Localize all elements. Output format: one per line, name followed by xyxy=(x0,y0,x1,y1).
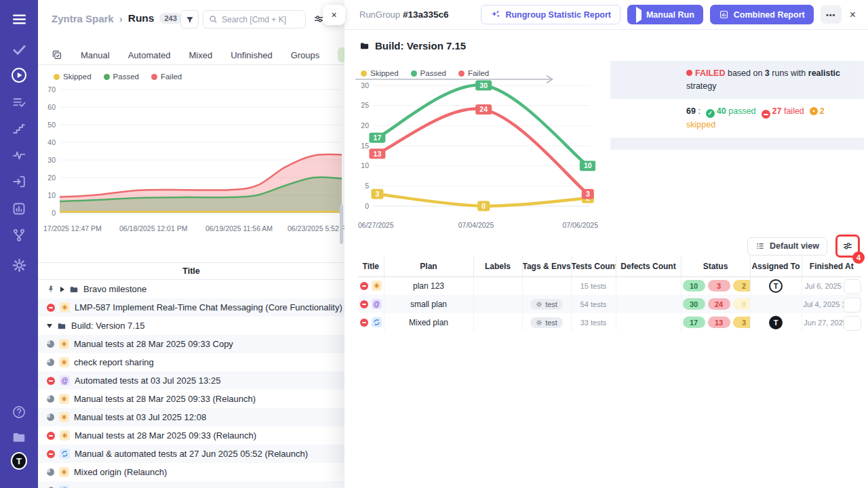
status-pill: 10 xyxy=(683,280,705,291)
avatar: T xyxy=(11,452,27,470)
combined-report-button[interactable]: Combined Report xyxy=(710,5,814,24)
plan-name[interactable]: Mixed plan xyxy=(384,313,473,331)
svg-text:5: 5 xyxy=(365,182,369,190)
svg-text:3: 3 xyxy=(586,190,590,198)
legend-dot-icon xyxy=(361,70,367,77)
column-header[interactable]: Tags & Envs xyxy=(522,256,571,277)
close-panel-button[interactable]: × xyxy=(848,9,857,21)
plan-name[interactable]: small plan xyxy=(384,295,473,313)
view-list-icon xyxy=(755,241,765,251)
table-row[interactable]: Mixed plan test 33 tests 17133T Jun 27, … xyxy=(358,313,861,331)
run-title: Manual tests at 03 Jul 2025 12:08 xyxy=(74,412,206,422)
manual-run-icon xyxy=(59,412,69,422)
rungroup-detail-panel: × RunGroup#13a335c6 Rungroup Statistic R… xyxy=(344,0,868,488)
run-title: Mixed origin (Relaunch) xyxy=(74,467,167,477)
panel-close-tab-button[interactable]: × xyxy=(323,5,345,25)
legend-item-passed[interactable]: Passed xyxy=(410,69,448,77)
run-row[interactable]: @Automated tests at 03 Jul 2025 13:25 xyxy=(38,371,344,390)
caret-right-icon[interactable] xyxy=(60,287,64,292)
sidebar-item-settings[interactable] xyxy=(11,257,27,273)
column-header[interactable]: Labels xyxy=(473,256,522,277)
rungroup-line-chart: 05101520253030213243173010 xyxy=(354,80,595,216)
caret-down-icon[interactable] xyxy=(47,324,52,328)
sidebar-item-play-circle[interactable] xyxy=(11,67,27,83)
tab-mixed[interactable]: Mixed xyxy=(189,50,213,60)
filter-button[interactable] xyxy=(180,10,199,28)
legend-dot-icon xyxy=(54,74,60,80)
svg-text:0: 0 xyxy=(365,202,369,210)
sidebar-item-branch[interactable] xyxy=(11,227,27,243)
play-circle-icon xyxy=(10,66,28,84)
legend-item-skipped[interactable]: Skipped xyxy=(359,69,400,77)
default-view-button[interactable]: Default view xyxy=(747,237,827,256)
x-tick-label: 06/18/2025 12:01 PM xyxy=(119,224,187,232)
column-header[interactable]: Tests Count xyxy=(571,256,616,277)
run-row[interactable]: Bravo milestone xyxy=(38,280,344,298)
svg-text:13: 13 xyxy=(374,150,382,158)
column-header[interactable]: Status xyxy=(681,256,750,277)
row-action-button[interactable] xyxy=(844,298,861,312)
run-row[interactable]: Mixed origin (Relaunch) xyxy=(38,463,344,481)
tab-automated[interactable]: Automated xyxy=(128,50,171,60)
run-row[interactable]: check report sharing xyxy=(38,353,344,371)
pending-status-icon xyxy=(47,395,54,403)
svg-text:3: 3 xyxy=(375,190,379,198)
column-header[interactable]: Assigned To xyxy=(750,256,802,277)
column-header[interactable]: Plan xyxy=(384,256,473,277)
sidebar-item-report[interactable] xyxy=(11,201,27,217)
tab-manual[interactable]: Manual xyxy=(81,50,110,60)
sidebar-item-steps[interactable] xyxy=(11,121,27,137)
tag-filter-pill[interactable]: test work xyxy=(338,47,344,62)
sidebar-item-help[interactable] xyxy=(11,404,27,420)
legend-item-failed[interactable]: Failed xyxy=(457,69,490,77)
sidebar-item-activity[interactable] xyxy=(11,147,27,163)
import-icon xyxy=(12,174,26,189)
select-runs-icon[interactable] xyxy=(52,49,62,60)
manual-run-icon xyxy=(59,467,69,477)
run-row[interactable]: Manual & automated tests at 27 Jun 2025 … xyxy=(38,445,344,463)
legend-item-skipped[interactable]: Skipped xyxy=(52,73,93,81)
help-icon xyxy=(12,405,26,420)
run-row[interactable]: Manual tests at 28 Mar 2025 09:33 (Relau… xyxy=(38,426,344,445)
runs-filter-tabs: ManualAutomatedMixedUnfinishedGroupstest… xyxy=(38,45,344,65)
run-row[interactable] xyxy=(38,481,344,488)
run-row[interactable]: LMP-587 Implement Real-Time Chat Messagi… xyxy=(38,298,344,317)
run-row[interactable]: Manual tests at 03 Jul 2025 12:08 xyxy=(38,408,344,426)
svg-text:30: 30 xyxy=(47,156,56,164)
column-header[interactable]: Title xyxy=(358,256,384,277)
sidebar-item-list-check[interactable] xyxy=(11,94,27,110)
table-row[interactable]: plan 123 15 tests 1032T Jul 6, 2025 7:40 xyxy=(358,277,861,295)
sidebar-item-tasks-check[interactable] xyxy=(11,41,27,58)
profile-avatar[interactable]: T xyxy=(11,453,27,469)
column-header[interactable]: Defects Count xyxy=(616,256,681,277)
rungroup-statistic-report-button[interactable]: Rungroup Statistic Report xyxy=(481,5,620,24)
runs-rows: Bravo milestoneLMP-587 Implement Real-Ti… xyxy=(38,280,344,488)
rungroup-title: Build: Version 7.15 xyxy=(359,40,466,52)
run-row[interactable]: Build: Version 7.15 xyxy=(38,317,344,335)
legend-item-failed[interactable]: Failed xyxy=(150,73,183,81)
plan-name[interactable]: plan 123 xyxy=(384,277,473,295)
pending-status-icon xyxy=(47,413,54,421)
table-row[interactable]: @ small plan test 54 tests 30240 Jul 4, … xyxy=(358,295,861,313)
annotation-badge: 4 xyxy=(852,251,865,264)
search-placeholder: Search [Cmd + K] xyxy=(222,15,286,24)
manual-run-button[interactable]: Manual Run xyxy=(627,5,703,24)
tab-groups[interactable]: Groups xyxy=(291,50,320,60)
left-panel-scrollbar[interactable] xyxy=(340,205,343,244)
sidebar-item-projects[interactable] xyxy=(11,429,27,445)
status-pill: 0 xyxy=(733,298,751,310)
search-input[interactable]: Search [Cmd + K] xyxy=(203,10,306,28)
run-row[interactable]: Manual tests at 28 Mar 2025 09:33 (Relau… xyxy=(38,390,344,408)
status-pill: 2 xyxy=(733,280,751,291)
sidebar-item-import[interactable] xyxy=(11,174,27,190)
row-action-button[interactable] xyxy=(844,316,861,331)
breadcrumb-project[interactable]: Zyntra Spark xyxy=(52,13,114,24)
row-action-button[interactable] xyxy=(844,279,861,294)
failed-status-icon xyxy=(47,432,55,440)
legend-item-passed[interactable]: Passed xyxy=(102,73,140,81)
sidebar-item-menu[interactable] xyxy=(11,11,27,27)
tab-unfinished[interactable]: Unfinished xyxy=(231,50,272,60)
run-row[interactable]: Manual tests at 28 Mar 2025 09:33 Copy xyxy=(38,335,344,353)
svg-text:70: 70 xyxy=(47,85,56,94)
more-actions-button[interactable]: ••• xyxy=(821,5,842,24)
